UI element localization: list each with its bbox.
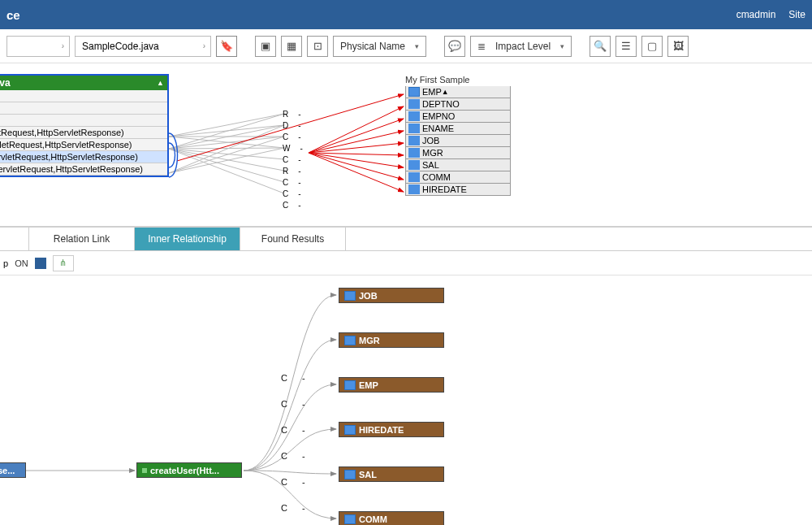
bookmark-button[interactable]: 🔖 xyxy=(216,36,237,57)
table-icon xyxy=(344,336,356,345)
svg-line-10 xyxy=(169,149,284,182)
app-title: ce xyxy=(6,8,20,22)
tree-target-node[interactable]: HIREDATE xyxy=(339,422,444,437)
target-field[interactable]: COMM xyxy=(405,171,511,184)
diagram-canvas[interactable]: .java ▲ vletRequest,HttpServletResponse)… xyxy=(0,63,812,226)
source-row[interactable]: ervletRequest,HttpServletResponse) xyxy=(0,139,167,151)
calendar-icon: ▢ xyxy=(647,40,657,52)
table-icon xyxy=(344,425,356,435)
layout-expand-button[interactable]: ⊡ xyxy=(307,36,328,57)
target-supertitle: My First Sample xyxy=(405,75,511,85)
svg-line-5 xyxy=(169,125,284,149)
calendar-button[interactable]: ▢ xyxy=(641,36,663,57)
column-icon xyxy=(408,99,420,109)
user-label[interactable]: cmadmin xyxy=(736,9,776,20)
target-node-header: EMP ▲ xyxy=(405,86,511,98)
source-row[interactable]: vletRequest,HttpServletResponse) xyxy=(0,127,167,139)
svg-line-9 xyxy=(169,149,284,171)
edge-label: C- xyxy=(281,425,305,435)
breadcrumb-file[interactable]: SampleCode.java › xyxy=(75,36,211,57)
tree-target-node[interactable]: MGR xyxy=(339,332,444,348)
toolbar: › SampleCode.java › 🔖 ▣ ▦ ⊡ Physical Nam… xyxy=(0,29,812,63)
source-row-selected[interactable]: ServletRequest,HttpServletResponse) xyxy=(0,151,167,163)
edge-midlabels: R- D- C- W- C- R- C- C- C- xyxy=(283,109,308,211)
layout-align-button[interactable]: ▦ xyxy=(281,36,302,57)
target-field[interactable]: DEPTNO xyxy=(405,98,511,111)
column-icon xyxy=(408,136,420,145)
svg-line-20 xyxy=(309,153,404,155)
tree-lines xyxy=(0,276,812,525)
chevron-right-icon: › xyxy=(62,41,64,50)
method-dot-icon xyxy=(142,468,147,473)
tree-target-node[interactable]: EMP xyxy=(339,377,444,393)
source-node[interactable]: .java ▲ vletRequest,HttpServletResponse)… xyxy=(0,74,169,177)
tree-target-node[interactable]: COMM xyxy=(339,511,444,525)
source-row-blank xyxy=(0,90,167,102)
search-icon: 🔍 xyxy=(594,40,607,52)
site-link[interactable]: Site xyxy=(788,9,806,20)
svg-line-8 xyxy=(169,149,284,159)
sort-up-icon[interactable]: ▲ xyxy=(442,88,449,96)
image-button[interactable]: 🖼 xyxy=(667,36,689,57)
table-icon xyxy=(344,291,356,301)
share-button[interactable]: ⋔ xyxy=(53,255,74,271)
column-icon xyxy=(408,124,420,133)
result-tabs: Relation Link Inner Relationship Found R… xyxy=(0,226,812,251)
sub-toolbar: p ON ⋔ xyxy=(0,251,812,276)
breadcrumb-file-label: SampleCode.java xyxy=(82,41,159,52)
fit-icon: ▣ xyxy=(261,40,270,52)
column-icon xyxy=(408,148,420,158)
target-node[interactable]: My First Sample EMP ▲ DEPTNO EMPNO ENAME… xyxy=(405,75,511,196)
source-node-header: .java ▲ xyxy=(0,76,167,90)
target-field[interactable]: JOB xyxy=(405,135,511,147)
source-row-blank xyxy=(0,102,167,115)
svg-line-17 xyxy=(309,119,404,153)
toggle-on-label: ON xyxy=(15,258,28,268)
name-mode-dropdown[interactable]: Physical Name ▾ xyxy=(333,36,426,57)
target-field[interactable]: HIREDATE xyxy=(405,184,511,196)
tree-target-node[interactable]: SAL xyxy=(339,466,444,482)
svg-line-6 xyxy=(169,137,284,149)
expand-icon: ⊡ xyxy=(313,40,322,52)
stack-icon: ≣ xyxy=(477,41,486,52)
svg-line-14 xyxy=(169,148,284,173)
tab-found-results[interactable]: Found Results xyxy=(240,228,346,250)
list-icon: ☰ xyxy=(621,40,631,52)
table-icon xyxy=(344,380,356,390)
source-row-blank xyxy=(0,115,167,127)
tab-inner-relationship[interactable]: Inner Relationship xyxy=(135,228,240,250)
tree-method-node[interactable]: createUser(Htt... xyxy=(136,462,242,478)
svg-line-12 xyxy=(169,125,284,173)
comment-button[interactable]: 💬 xyxy=(444,36,465,57)
sort-up-icon[interactable]: ▲ xyxy=(157,79,164,87)
target-field[interactable]: ENAME xyxy=(405,123,511,135)
svg-line-21 xyxy=(309,153,404,167)
source-node-title: .java xyxy=(0,77,11,89)
edge-label: C- xyxy=(281,503,305,513)
target-field[interactable]: EMPNO xyxy=(405,111,511,123)
source-row[interactable]: oServletRequest,HttpServletResponse) xyxy=(0,163,167,176)
svg-line-11 xyxy=(169,149,284,193)
tab-relation-link[interactable]: Relation Link xyxy=(29,228,135,250)
column-icon xyxy=(408,184,420,194)
breadcrumb-prev[interactable]: › xyxy=(6,36,70,57)
target-field[interactable]: SAL xyxy=(405,159,511,171)
svg-line-19 xyxy=(309,143,404,153)
tree-target-node[interactable]: JOB xyxy=(339,288,444,303)
impact-level-label: Impact Level xyxy=(495,41,551,52)
list-button[interactable]: ☰ xyxy=(615,36,637,57)
edge-label: C- xyxy=(281,477,305,487)
tree-source-partial[interactable]: se... xyxy=(0,462,26,478)
search-button[interactable]: 🔍 xyxy=(590,36,611,57)
layout-fit-button[interactable]: ▣ xyxy=(255,36,276,57)
svg-line-22 xyxy=(309,153,404,180)
share-icon: ⋔ xyxy=(59,258,67,268)
svg-line-3 xyxy=(169,137,284,148)
comment-icon: 💬 xyxy=(448,40,461,52)
impact-level-dropdown[interactable]: ≣ Impact Level ▾ xyxy=(470,36,572,57)
svg-line-1 xyxy=(169,125,284,137)
target-field[interactable]: MGR xyxy=(405,147,511,159)
svg-line-0 xyxy=(169,114,284,137)
toggle-switch[interactable] xyxy=(35,258,46,269)
relationship-tree[interactable]: se... createUser(Htt... JOB MGR EMP HIRE… xyxy=(0,276,812,519)
